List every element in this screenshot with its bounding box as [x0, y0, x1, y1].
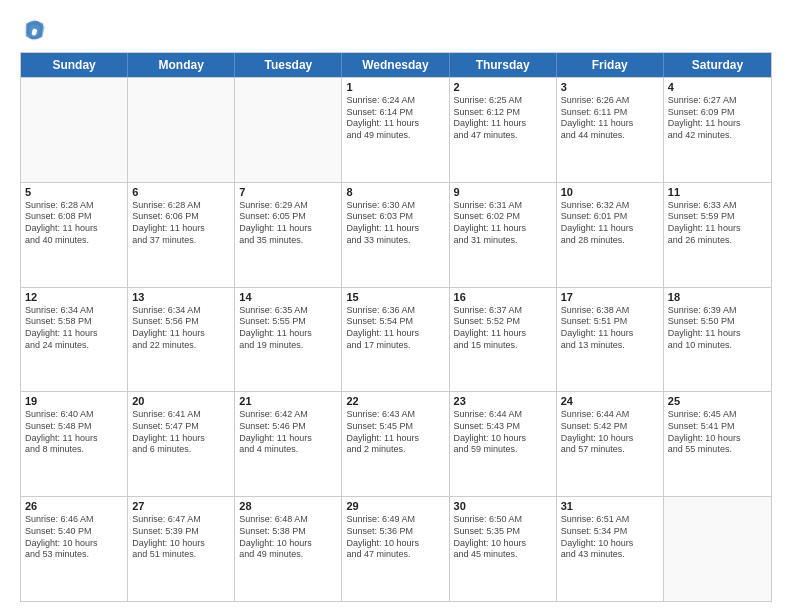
- calendar-header-cell: Wednesday: [342, 53, 449, 77]
- day-number: 15: [346, 291, 444, 303]
- calendar-cell: 21Sunrise: 6:42 AM Sunset: 5:46 PM Dayli…: [235, 392, 342, 496]
- day-info: Sunrise: 6:46 AM Sunset: 5:40 PM Dayligh…: [25, 514, 123, 561]
- day-info: Sunrise: 6:26 AM Sunset: 6:11 PM Dayligh…: [561, 95, 659, 142]
- day-info: Sunrise: 6:27 AM Sunset: 6:09 PM Dayligh…: [668, 95, 767, 142]
- calendar: SundayMondayTuesdayWednesdayThursdayFrid…: [20, 52, 772, 602]
- day-info: Sunrise: 6:29 AM Sunset: 6:05 PM Dayligh…: [239, 200, 337, 247]
- day-number: 1: [346, 81, 444, 93]
- day-number: 2: [454, 81, 552, 93]
- day-info: Sunrise: 6:45 AM Sunset: 5:41 PM Dayligh…: [668, 409, 767, 456]
- logo-icon: [20, 16, 48, 44]
- day-number: 12: [25, 291, 123, 303]
- day-info: Sunrise: 6:34 AM Sunset: 5:58 PM Dayligh…: [25, 305, 123, 352]
- day-number: 20: [132, 395, 230, 407]
- calendar-header-cell: Friday: [557, 53, 664, 77]
- calendar-header-cell: Thursday: [450, 53, 557, 77]
- calendar-header-cell: Tuesday: [235, 53, 342, 77]
- day-info: Sunrise: 6:42 AM Sunset: 5:46 PM Dayligh…: [239, 409, 337, 456]
- calendar-cell: 16Sunrise: 6:37 AM Sunset: 5:52 PM Dayli…: [450, 288, 557, 392]
- day-info: Sunrise: 6:30 AM Sunset: 6:03 PM Dayligh…: [346, 200, 444, 247]
- day-number: 3: [561, 81, 659, 93]
- calendar-cell: 14Sunrise: 6:35 AM Sunset: 5:55 PM Dayli…: [235, 288, 342, 392]
- day-info: Sunrise: 6:43 AM Sunset: 5:45 PM Dayligh…: [346, 409, 444, 456]
- calendar-cell: 31Sunrise: 6:51 AM Sunset: 5:34 PM Dayli…: [557, 497, 664, 601]
- day-info: Sunrise: 6:50 AM Sunset: 5:35 PM Dayligh…: [454, 514, 552, 561]
- calendar-cell: 1Sunrise: 6:24 AM Sunset: 6:14 PM Daylig…: [342, 78, 449, 182]
- calendar-cell: 28Sunrise: 6:48 AM Sunset: 5:38 PM Dayli…: [235, 497, 342, 601]
- calendar-cell: 24Sunrise: 6:44 AM Sunset: 5:42 PM Dayli…: [557, 392, 664, 496]
- day-info: Sunrise: 6:44 AM Sunset: 5:42 PM Dayligh…: [561, 409, 659, 456]
- calendar-cell: [21, 78, 128, 182]
- calendar-cell: 22Sunrise: 6:43 AM Sunset: 5:45 PM Dayli…: [342, 392, 449, 496]
- day-number: 11: [668, 186, 767, 198]
- logo: [20, 16, 52, 44]
- day-number: 24: [561, 395, 659, 407]
- calendar-week: 12Sunrise: 6:34 AM Sunset: 5:58 PM Dayli…: [21, 287, 771, 392]
- calendar-cell: 19Sunrise: 6:40 AM Sunset: 5:48 PM Dayli…: [21, 392, 128, 496]
- calendar-cell: 10Sunrise: 6:32 AM Sunset: 6:01 PM Dayli…: [557, 183, 664, 287]
- day-info: Sunrise: 6:28 AM Sunset: 6:06 PM Dayligh…: [132, 200, 230, 247]
- calendar-cell: 26Sunrise: 6:46 AM Sunset: 5:40 PM Dayli…: [21, 497, 128, 601]
- day-info: Sunrise: 6:32 AM Sunset: 6:01 PM Dayligh…: [561, 200, 659, 247]
- header: [20, 16, 772, 44]
- day-info: Sunrise: 6:47 AM Sunset: 5:39 PM Dayligh…: [132, 514, 230, 561]
- day-info: Sunrise: 6:28 AM Sunset: 6:08 PM Dayligh…: [25, 200, 123, 247]
- day-number: 18: [668, 291, 767, 303]
- calendar-week: 5Sunrise: 6:28 AM Sunset: 6:08 PM Daylig…: [21, 182, 771, 287]
- calendar-cell: 25Sunrise: 6:45 AM Sunset: 5:41 PM Dayli…: [664, 392, 771, 496]
- day-info: Sunrise: 6:41 AM Sunset: 5:47 PM Dayligh…: [132, 409, 230, 456]
- day-number: 27: [132, 500, 230, 512]
- calendar-cell: 29Sunrise: 6:49 AM Sunset: 5:36 PM Dayli…: [342, 497, 449, 601]
- day-number: 28: [239, 500, 337, 512]
- day-info: Sunrise: 6:51 AM Sunset: 5:34 PM Dayligh…: [561, 514, 659, 561]
- calendar-cell: 23Sunrise: 6:44 AM Sunset: 5:43 PM Dayli…: [450, 392, 557, 496]
- day-number: 17: [561, 291, 659, 303]
- day-info: Sunrise: 6:34 AM Sunset: 5:56 PM Dayligh…: [132, 305, 230, 352]
- calendar-cell: 30Sunrise: 6:50 AM Sunset: 5:35 PM Dayli…: [450, 497, 557, 601]
- calendar-header-row: SundayMondayTuesdayWednesdayThursdayFrid…: [21, 53, 771, 77]
- day-number: 10: [561, 186, 659, 198]
- calendar-cell: 11Sunrise: 6:33 AM Sunset: 5:59 PM Dayli…: [664, 183, 771, 287]
- day-number: 22: [346, 395, 444, 407]
- day-number: 14: [239, 291, 337, 303]
- calendar-header-cell: Sunday: [21, 53, 128, 77]
- calendar-week: 1Sunrise: 6:24 AM Sunset: 6:14 PM Daylig…: [21, 77, 771, 182]
- calendar-cell: [235, 78, 342, 182]
- day-info: Sunrise: 6:39 AM Sunset: 5:50 PM Dayligh…: [668, 305, 767, 352]
- day-number: 13: [132, 291, 230, 303]
- day-info: Sunrise: 6:48 AM Sunset: 5:38 PM Dayligh…: [239, 514, 337, 561]
- day-number: 4: [668, 81, 767, 93]
- day-info: Sunrise: 6:40 AM Sunset: 5:48 PM Dayligh…: [25, 409, 123, 456]
- calendar-cell: 6Sunrise: 6:28 AM Sunset: 6:06 PM Daylig…: [128, 183, 235, 287]
- day-info: Sunrise: 6:38 AM Sunset: 5:51 PM Dayligh…: [561, 305, 659, 352]
- calendar-cell: 8Sunrise: 6:30 AM Sunset: 6:03 PM Daylig…: [342, 183, 449, 287]
- calendar-cell: 18Sunrise: 6:39 AM Sunset: 5:50 PM Dayli…: [664, 288, 771, 392]
- day-number: 21: [239, 395, 337, 407]
- calendar-cell: 27Sunrise: 6:47 AM Sunset: 5:39 PM Dayli…: [128, 497, 235, 601]
- day-number: 25: [668, 395, 767, 407]
- calendar-cell: 13Sunrise: 6:34 AM Sunset: 5:56 PM Dayli…: [128, 288, 235, 392]
- day-number: 30: [454, 500, 552, 512]
- day-number: 5: [25, 186, 123, 198]
- calendar-cell: [128, 78, 235, 182]
- calendar-cell: 4Sunrise: 6:27 AM Sunset: 6:09 PM Daylig…: [664, 78, 771, 182]
- calendar-cell: [664, 497, 771, 601]
- day-number: 26: [25, 500, 123, 512]
- calendar-body: 1Sunrise: 6:24 AM Sunset: 6:14 PM Daylig…: [21, 77, 771, 601]
- day-number: 29: [346, 500, 444, 512]
- calendar-cell: 5Sunrise: 6:28 AM Sunset: 6:08 PM Daylig…: [21, 183, 128, 287]
- day-number: 23: [454, 395, 552, 407]
- day-info: Sunrise: 6:44 AM Sunset: 5:43 PM Dayligh…: [454, 409, 552, 456]
- day-info: Sunrise: 6:33 AM Sunset: 5:59 PM Dayligh…: [668, 200, 767, 247]
- calendar-cell: 9Sunrise: 6:31 AM Sunset: 6:02 PM Daylig…: [450, 183, 557, 287]
- calendar-cell: 12Sunrise: 6:34 AM Sunset: 5:58 PM Dayli…: [21, 288, 128, 392]
- day-number: 6: [132, 186, 230, 198]
- day-number: 31: [561, 500, 659, 512]
- day-number: 8: [346, 186, 444, 198]
- calendar-cell: 2Sunrise: 6:25 AM Sunset: 6:12 PM Daylig…: [450, 78, 557, 182]
- day-info: Sunrise: 6:25 AM Sunset: 6:12 PM Dayligh…: [454, 95, 552, 142]
- day-number: 16: [454, 291, 552, 303]
- day-number: 19: [25, 395, 123, 407]
- day-info: Sunrise: 6:24 AM Sunset: 6:14 PM Dayligh…: [346, 95, 444, 142]
- calendar-cell: 7Sunrise: 6:29 AM Sunset: 6:05 PM Daylig…: [235, 183, 342, 287]
